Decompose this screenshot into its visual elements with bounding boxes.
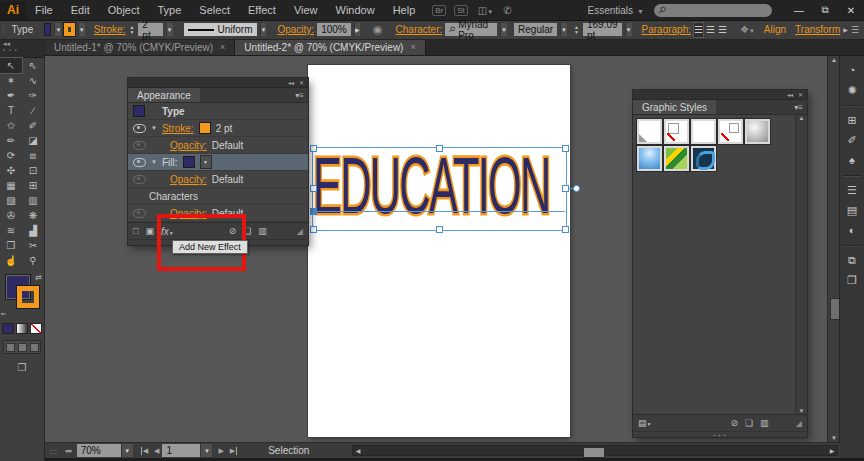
search-input[interactable]: ⚲	[654, 4, 772, 17]
stock-icon[interactable]: St	[454, 5, 468, 16]
screen-mode-icon[interactable]: ❐	[0, 362, 44, 373]
opacity-link[interactable]: Opacity:	[170, 140, 207, 151]
stroke-color-swatch[interactable]	[64, 23, 74, 36]
stroke-weight-dropdown[interactable]: ▼	[166, 23, 173, 36]
stroke-weight-stepper[interactable]: ▲▼	[129, 25, 134, 35]
stroke-link[interactable]: Stroke:	[162, 123, 194, 134]
symbol-sprayer-tool[interactable]: ≋	[0, 223, 22, 238]
artboard-number-field[interactable]: 1	[162, 444, 200, 457]
free-transform-tool[interactable]: ⊡	[22, 163, 44, 178]
stroke-panel-icon[interactable]: ☰	[847, 185, 857, 196]
scroll-left-icon[interactable]: ◀	[353, 446, 363, 455]
tab-graphic-styles[interactable]: Graphic Styles	[633, 100, 716, 114]
disclosure-triangle-icon[interactable]: ▼	[151, 125, 157, 131]
resize-grip-icon[interactable]: ◢	[796, 419, 802, 428]
font-name-dropdown[interactable]: ▼	[500, 23, 507, 36]
appearance-row-stroke-opacity[interactable]: Opacity: Default	[128, 137, 308, 154]
stroke-proxy[interactable]	[17, 286, 39, 308]
font-name-field[interactable]: ⚲Myriad Pro	[445, 23, 497, 36]
none-button[interactable]	[30, 323, 42, 334]
artboard-number-dropdown[interactable]: ▼	[200, 444, 212, 457]
appearance-row-stroke[interactable]: ▼ Stroke: 2 pt	[128, 120, 308, 137]
column-graph-tool[interactable]: ▟	[22, 223, 44, 238]
visibility-eye-icon[interactable]	[133, 124, 146, 133]
curvature-tool[interactable]: ✑	[22, 88, 44, 103]
zoom-level-field[interactable]: 70%	[77, 444, 121, 457]
style-blue-scribble[interactable]	[691, 146, 716, 171]
artboard-tool[interactable]: ❒	[0, 238, 22, 253]
document-info-icon[interactable]: ⚏	[49, 446, 57, 456]
zoom-tool[interactable]: ⚲	[22, 253, 44, 268]
handle-bottom-right[interactable]	[562, 226, 569, 233]
visibility-eye-icon[interactable]	[133, 175, 146, 184]
fill-color-swatch[interactable]	[44, 23, 51, 36]
control-panel-menu-icon[interactable]: ▶☰	[843, 25, 864, 35]
panel-menu-icon[interactable]: ▾≡	[794, 100, 807, 114]
panel-scrollbar[interactable]: ▲ ▼	[795, 115, 807, 414]
disclosure-triangle-icon[interactable]: ▼	[151, 159, 157, 165]
font-size-stepper[interactable]: ▲▼	[574, 25, 579, 35]
eyedropper-tool[interactable]: ✇	[0, 208, 22, 223]
opacity-link[interactable]: Opacity:	[277, 24, 314, 35]
style-gray-sphere[interactable]	[745, 119, 770, 144]
menu-select[interactable]: Select	[190, 1, 239, 20]
close-tab-icon[interactable]: ×	[410, 42, 415, 52]
opacity-link[interactable]: Opacity:	[170, 174, 207, 185]
gradient-button[interactable]	[16, 323, 28, 334]
scale-tool[interactable]: ⧈	[22, 148, 44, 163]
gradient-panel-icon[interactable]: ▤	[847, 205, 857, 216]
fill-swatch[interactable]	[183, 156, 195, 168]
draw-inside-button[interactable]	[30, 343, 39, 352]
lasso-tool[interactable]: ∿	[22, 73, 44, 88]
menu-edit[interactable]: Edit	[62, 1, 99, 20]
artboards-panel-icon[interactable]: ❐	[847, 275, 857, 286]
scroll-right-icon[interactable]: ▶	[827, 446, 837, 455]
style-default[interactable]	[637, 119, 662, 144]
new-graphic-style-button[interactable]: ❏	[745, 418, 753, 428]
fill-swatch-dropdown[interactable]: ▼	[200, 155, 212, 169]
align-panel-link[interactable]: Align	[764, 24, 786, 35]
align-center-icon[interactable]: ☰	[706, 23, 715, 37]
style-stroke-only[interactable]	[664, 119, 689, 144]
horizontal-scrollbar[interactable]: ◀ ▶	[352, 445, 838, 456]
add-new-stroke-button[interactable]: □	[133, 226, 138, 236]
swap-fill-stroke-icon[interactable]: ⇄	[35, 273, 42, 282]
menu-view[interactable]: View	[285, 1, 327, 20]
color-guide-panel-icon[interactable]: ◔	[849, 65, 856, 76]
slice-tool[interactable]: ✂	[22, 238, 44, 253]
transform-panel-link[interactable]: Transform	[795, 24, 840, 35]
font-size-field[interactable]: 169.09 pt	[583, 23, 622, 36]
close-button[interactable]: ✕	[838, 1, 864, 20]
arrange-documents-icon[interactable]: ◫▼	[478, 5, 493, 16]
collapse-icon[interactable]: ◂◂	[787, 91, 793, 98]
handle-bottom-center[interactable]	[436, 226, 443, 233]
opacity-field[interactable]: 100%	[317, 23, 351, 36]
visibility-eye-icon[interactable]	[133, 158, 146, 167]
menu-window[interactable]: Window	[327, 1, 384, 20]
artboard[interactable]	[308, 65, 570, 437]
baseline-anchor[interactable]	[310, 208, 317, 215]
style-libraries-menu-button[interactable]: ▤▼	[638, 418, 651, 428]
handle-top-left[interactable]	[310, 145, 317, 152]
variable-width-dropdown[interactable]: ▼	[260, 23, 267, 36]
gradient-tool[interactable]: ▥	[22, 193, 44, 208]
resize-grip-icon[interactable]: ◢	[297, 227, 303, 236]
appearance-row-characters[interactable]: Characters	[128, 188, 308, 205]
appearance-row-type[interactable]: Type	[128, 103, 308, 120]
appearance-row-fill-opacity[interactable]: Opacity: Default	[128, 171, 308, 188]
out-port-handle[interactable]	[573, 185, 580, 192]
stroke-dropdown[interactable]: ▼	[78, 23, 85, 36]
brushes-panel-icon[interactable]: ✐	[847, 135, 856, 146]
menu-effect[interactable]: Effect	[239, 1, 285, 20]
font-style-dropdown[interactable]: ▼	[560, 23, 567, 36]
perspective-grid-tool[interactable]: ⊞	[22, 178, 44, 193]
break-link-button[interactable]: ⊘	[730, 418, 738, 428]
scroll-down-icon[interactable]: ▼	[799, 408, 805, 414]
menu-file[interactable]: File	[26, 1, 62, 20]
handle-middle-left[interactable]	[310, 185, 317, 192]
first-artboard-button[interactable]: ◀	[141, 447, 148, 455]
blend-tool[interactable]: ❋	[22, 208, 44, 223]
panel-resize-handle[interactable]: ▪ ▪ ▪	[633, 431, 807, 437]
eraser-tool[interactable]: ◪	[22, 133, 44, 148]
menu-type[interactable]: Type	[149, 1, 191, 20]
